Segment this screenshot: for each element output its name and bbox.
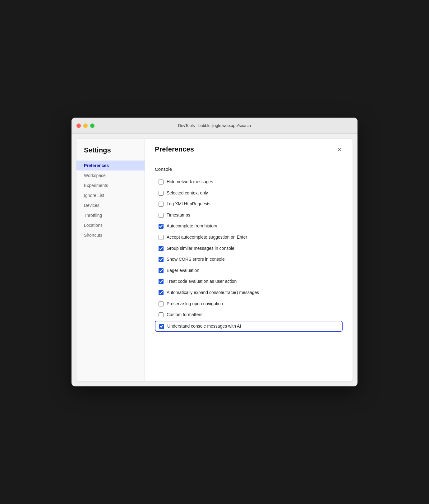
- checkbox-accept-autocomplete-label: Accept autocomplete suggestion on Enter: [167, 234, 247, 240]
- preferences-scroll-area[interactable]: Console Hide network messages Selected c…: [145, 159, 353, 381]
- checkbox-timestamps-input[interactable]: [159, 213, 164, 218]
- close-traffic-light[interactable]: [76, 124, 81, 128]
- checkbox-show-cors[interactable]: Show CORS errors in console: [155, 254, 343, 265]
- checkbox-hide-network-input[interactable]: [159, 180, 164, 184]
- checkbox-treat-code-input[interactable]: [159, 279, 164, 284]
- sidebar: Settings Preferences Workspace Experimen…: [76, 139, 145, 381]
- checkbox-eager-eval[interactable]: Eager evaluation: [155, 265, 343, 276]
- checkbox-eager-eval-label: Eager evaluation: [167, 268, 199, 274]
- checkbox-group-similar-label: Group similar messages in console: [167, 245, 234, 252]
- checkbox-understand-console-label: Understand console messages with AI: [167, 323, 241, 329]
- sidebar-item-preferences[interactable]: Preferences: [76, 161, 145, 170]
- sidebar-item-locations[interactable]: Locations: [76, 220, 145, 230]
- minimize-traffic-light[interactable]: [83, 124, 88, 128]
- checkbox-autocomplete-history[interactable]: Autocomplete from history: [155, 221, 343, 231]
- checkbox-auto-expand-input[interactable]: [159, 290, 164, 295]
- checkbox-group-similar-input[interactable]: [159, 246, 164, 251]
- checkbox-selected-context[interactable]: Selected context only: [155, 188, 343, 198]
- checkbox-hide-network-label: Hide network messages: [167, 179, 213, 185]
- checkbox-log-xhr-label: Log XMLHttpRequests: [167, 201, 210, 207]
- checkbox-accept-autocomplete-input[interactable]: [159, 235, 164, 240]
- checkbox-show-cors-label: Show CORS errors in console: [167, 256, 225, 263]
- checkbox-selected-context-input[interactable]: [159, 191, 164, 196]
- sidebar-item-workspace[interactable]: Workspace: [76, 170, 145, 180]
- checkbox-hide-network[interactable]: Hide network messages: [155, 177, 343, 187]
- checkbox-custom-formatters[interactable]: Custom formatters: [155, 310, 343, 320]
- devtools-window: DevTools - bubble-jingle.web.app/search …: [72, 118, 358, 386]
- sidebar-item-experiments[interactable]: Experiments: [76, 180, 145, 190]
- main-content: Preferences × Console Hide network messa…: [145, 139, 353, 381]
- checkbox-show-cors-input[interactable]: [159, 257, 164, 262]
- checkbox-treat-code[interactable]: Treat code evaluation as user action: [155, 276, 343, 287]
- checkbox-auto-expand[interactable]: Automatically expand console.trace() mes…: [155, 287, 343, 298]
- sidebar-item-shortcuts[interactable]: Shortcuts: [76, 230, 145, 240]
- traffic-lights: [76, 124, 95, 128]
- checkbox-preserve-log-label: Preserve log upon navigation: [167, 301, 223, 307]
- checkbox-selected-context-label: Selected context only: [167, 190, 208, 196]
- checkbox-custom-formatters-input[interactable]: [159, 312, 164, 317]
- maximize-traffic-light[interactable]: [90, 124, 95, 128]
- checkbox-eager-eval-input[interactable]: [159, 268, 164, 273]
- console-section-title: Console: [155, 166, 343, 172]
- checkbox-treat-code-label: Treat code evaluation as user action: [167, 278, 237, 285]
- close-button[interactable]: ×: [336, 145, 343, 154]
- checkbox-log-xhr-input[interactable]: [159, 202, 164, 207]
- checkbox-autocomplete-history-input[interactable]: [159, 224, 164, 229]
- window-title: DevTools - bubble-jingle.web.app/search: [178, 123, 251, 128]
- checkbox-understand-console-input[interactable]: [159, 324, 164, 329]
- titlebar: DevTools - bubble-jingle.web.app/search: [72, 118, 358, 134]
- sidebar-item-ignore-list[interactable]: Ignore List: [76, 190, 145, 200]
- checkbox-group-similar[interactable]: Group similar messages in console: [155, 243, 343, 254]
- checkbox-auto-expand-label: Automatically expand console.trace() mes…: [167, 290, 259, 296]
- settings-panel: Settings Preferences Workspace Experimen…: [76, 139, 353, 381]
- checkbox-preserve-log-input[interactable]: [159, 301, 164, 306]
- checkbox-timestamps[interactable]: Timestamps: [155, 210, 343, 221]
- checkbox-preserve-log[interactable]: Preserve log upon navigation: [155, 299, 343, 309]
- sidebar-item-throttling[interactable]: Throttling: [76, 210, 145, 220]
- console-checkbox-list: Hide network messages Selected context o…: [155, 177, 343, 332]
- checkbox-accept-autocomplete[interactable]: Accept autocomplete suggestion on Enter: [155, 232, 343, 243]
- checkbox-timestamps-label: Timestamps: [167, 212, 190, 218]
- checkbox-autocomplete-history-label: Autocomplete from history: [167, 223, 217, 229]
- sidebar-item-devices[interactable]: Devices: [76, 200, 145, 210]
- main-header: Preferences ×: [145, 139, 353, 159]
- page-title: Preferences: [155, 145, 194, 153]
- checkbox-custom-formatters-label: Custom formatters: [167, 312, 202, 318]
- checkbox-understand-console[interactable]: Understand console messages with AI: [155, 321, 343, 332]
- settings-heading: Settings: [76, 146, 145, 161]
- checkbox-log-xhr[interactable]: Log XMLHttpRequests: [155, 199, 343, 209]
